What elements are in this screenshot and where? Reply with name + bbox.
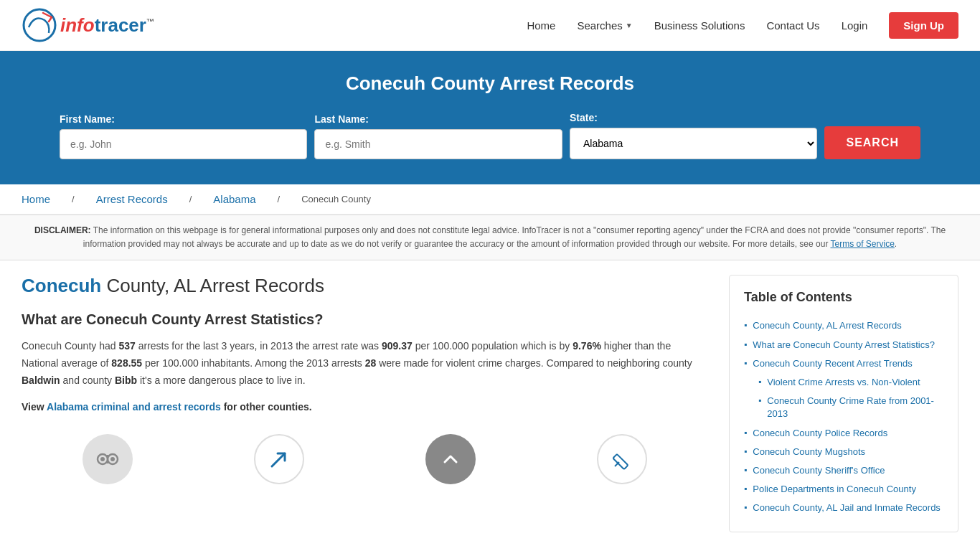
scroll-up-icon[interactable]: [425, 434, 476, 484]
nav-business-solutions[interactable]: Business Solutions: [654, 19, 745, 32]
toc-title: Table of Contents: [744, 290, 943, 305]
terms-of-service-link[interactable]: Terms of Service: [831, 239, 895, 249]
body-mid2: per 100.000 population which is by: [413, 340, 573, 352]
breadcrumb: Home / Arrest Records / Alabama / Conecu…: [0, 184, 980, 215]
pencil-svg: [609, 446, 635, 472]
breadcrumb-county: Conecuh County: [301, 194, 371, 204]
arrow-up-svg: [266, 446, 292, 472]
breadcrumb-alabama[interactable]: Alabama: [213, 193, 255, 205]
body-arrests: 537: [118, 340, 135, 352]
last-name-label: Last Name:: [314, 113, 562, 125]
body-county1: Baldwin: [22, 375, 60, 386]
view-post: for other counties.: [221, 401, 312, 413]
toc-box: Table of Contents Conecuh County, AL Arr…: [729, 275, 958, 532]
body-avg: 828.55: [111, 357, 142, 369]
body-mid1: arrests for the last 3 years, in 2013 th…: [136, 340, 382, 352]
view-pre: View: [22, 401, 47, 413]
svg-rect-8: [613, 454, 628, 469]
breadcrumb-sep2: /: [189, 194, 192, 204]
nav-home[interactable]: Home: [527, 19, 555, 32]
site-header: infotracer™ Home Searches ▼ Business Sol…: [0, 0, 980, 51]
chevron-up-svg: [438, 446, 463, 472]
nav-contact-us[interactable]: Contact Us: [766, 19, 819, 32]
view-link-paragraph: View Alabama criminal and arrest records…: [22, 401, 707, 413]
last-name-group: Last Name:: [314, 113, 562, 159]
nav-signup-button[interactable]: Sign Up: [889, 12, 958, 39]
body-mid6: and county: [60, 375, 115, 386]
first-name-group: First Name:: [60, 113, 307, 159]
article-title-highlight: Conecuh: [22, 275, 101, 296]
icon-pencil: [593, 434, 651, 484]
state-group: State: AlabamaAlaskaArizonaArkansasCalif…: [570, 112, 817, 159]
first-name-label: First Name:: [60, 113, 307, 125]
last-name-input[interactable]: [314, 129, 562, 159]
disclaimer-box: DISCLAIMER: The information on this webp…: [0, 215, 980, 260]
breadcrumb-sep3: /: [278, 194, 281, 204]
logo[interactable]: infotracer™: [22, 7, 154, 43]
article-body-paragraph: Conecuh County had 537 arrests for the l…: [22, 338, 707, 389]
first-name-input[interactable]: [60, 129, 307, 159]
breadcrumb-arrest-records[interactable]: Arrest Records: [96, 193, 168, 205]
handcuffs-svg: [93, 445, 122, 474]
article-content: Conecuh County, AL Arrest Records What a…: [22, 275, 729, 532]
search-button[interactable]: SEARCH: [824, 126, 920, 159]
body-end: it's a more dangerous place to live in.: [137, 375, 306, 386]
search-form: First Name: Last Name: State: AlabamaAla…: [60, 112, 920, 159]
breadcrumb-sep1: /: [72, 194, 75, 204]
table-of-contents-sidebar: Table of Contents Conecuh County, AL Arr…: [729, 275, 958, 532]
body-county2: Bibb: [115, 375, 137, 386]
toc-item-3[interactable]: Violent Crime Arrests vs. Non-Violent: [767, 376, 920, 389]
breadcrumb-home[interactable]: Home: [22, 193, 50, 205]
body-mid4: per 100.000 inhabitants. Among the 2013 …: [142, 357, 365, 369]
article-title-rest: County, AL Arrest Records: [101, 275, 324, 296]
state-label: State:: [570, 112, 817, 123]
disclaimer-text: The information on this webpage is for g…: [83, 225, 946, 249]
body-pre: Conecuh County had: [22, 340, 118, 352]
body-rate: 909.37: [382, 340, 413, 352]
toc-item-0[interactable]: Conecuh County, AL Arrest Records: [753, 319, 901, 332]
svg-point-7: [110, 457, 115, 461]
hero-section: Conecuh County Arrest Records First Name…: [0, 51, 980, 184]
logo-tm: ™: [146, 17, 154, 26]
svg-line-2: [49, 17, 52, 22]
toc-item-5[interactable]: Conecuh County Police Records: [753, 427, 887, 440]
body-mid5: were made for violent crime charges. Com…: [376, 357, 692, 369]
pencil-icon: [597, 434, 647, 484]
toc-item-7[interactable]: Conecuh County Sheriff's Office: [753, 464, 885, 477]
body-pct: 9.76%: [573, 340, 601, 352]
article-subtitle: What are Conecuh County Arrest Statistic…: [22, 311, 707, 328]
main-content: Conecuh County, AL Arrest Records What a…: [0, 260, 980, 547]
icon-handcuffs: [79, 434, 136, 484]
disclaimer-label: DISCLAIMER:: [34, 225, 91, 235]
state-select[interactable]: AlabamaAlaskaArizonaArkansasCaliforniaCo…: [570, 128, 817, 159]
handcuffs-icon: [83, 434, 133, 484]
body-violent: 28: [365, 357, 377, 369]
toc-list: Conecuh County, AL Arrest RecordsWhat ar…: [744, 316, 943, 517]
hero-title: Conecuh County Arrest Records: [22, 72, 958, 95]
arrow-up-icon: [254, 434, 304, 484]
toc-item-1[interactable]: What are Conecuh County Arrest Statistic…: [753, 339, 935, 352]
toc-item-8[interactable]: Police Departments in Conecuh County: [753, 483, 916, 496]
icon-arrow-up: [250, 434, 308, 484]
chevron-down-icon: ▼: [626, 22, 633, 29]
toc-item-2[interactable]: Conecuh County Recent Arrest Trends: [753, 357, 913, 370]
toc-item-6[interactable]: Conecuh County Mugshots: [753, 446, 865, 458]
svg-point-6: [100, 457, 105, 461]
nav-login[interactable]: Login: [842, 19, 868, 32]
logo-tracer: tracer: [95, 14, 146, 36]
icon-scroll-up[interactable]: [422, 434, 479, 484]
disclaimer-period: .: [895, 239, 897, 249]
logo-info: info: [60, 14, 95, 36]
nav-searches[interactable]: Searches ▼: [577, 19, 632, 32]
main-nav: Home Searches ▼ Business Solutions Conta…: [527, 12, 958, 39]
toc-item-4[interactable]: Conecuh County Crime Rate from 2001-2013: [767, 395, 943, 420]
logo-icon: [22, 7, 57, 43]
svg-point-0: [24, 9, 55, 41]
toc-item-9[interactable]: Conecuh County, AL Jail and Inmate Recor…: [753, 501, 941, 514]
icon-row: [22, 427, 707, 484]
article-title: Conecuh County, AL Arrest Records: [22, 275, 707, 297]
alabama-records-link[interactable]: Alabama criminal and arrest records: [47, 401, 221, 413]
